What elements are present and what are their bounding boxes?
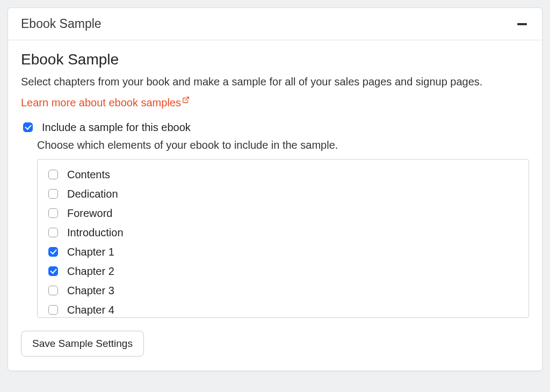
- include-sample-label[interactable]: Include a sample for this ebook: [42, 121, 191, 134]
- collapse-button[interactable]: [515, 21, 529, 27]
- chapter-item: Foreword: [46, 204, 520, 223]
- learn-more-text: Learn more about ebook samples: [21, 97, 181, 109]
- choose-elements-text: Choose which elements of your ebook to i…: [37, 139, 529, 151]
- chapter-label[interactable]: Foreword: [67, 207, 112, 220]
- svg-line-0: [185, 97, 189, 100]
- chapter-list-scroll[interactable]: ContentsDedicationForewordIntroductionCh…: [38, 159, 529, 317]
- chapter-label[interactable]: Chapter 3: [67, 285, 114, 297]
- chapter-item: Chapter 4: [46, 300, 520, 317]
- section-description: Select chapters from your book and make …: [21, 76, 529, 88]
- minus-icon: [517, 23, 527, 25]
- chapter-item: Chapter 1: [46, 242, 520, 262]
- save-sample-settings-button[interactable]: Save Sample Settings: [21, 331, 144, 357]
- chapter-checkbox[interactable]: [48, 305, 58, 315]
- include-sample-row: Include a sample for this ebook: [21, 121, 529, 134]
- chapter-label[interactable]: Chapter 4: [67, 304, 114, 316]
- chapter-item: Chapter 2: [46, 262, 520, 281]
- chapter-item: Dedication: [46, 184, 520, 204]
- section-title: Ebook Sample: [21, 51, 529, 68]
- chapter-checkbox[interactable]: [48, 170, 58, 179]
- chapter-checkbox[interactable]: [48, 228, 58, 237]
- include-sample-checkbox[interactable]: [23, 122, 33, 132]
- chapter-item: Introduction: [46, 223, 520, 242]
- external-link-icon: [182, 96, 190, 104]
- chapter-label[interactable]: Chapter 2: [67, 265, 114, 278]
- chapter-list-box: ContentsDedicationForewordIntroductionCh…: [37, 159, 529, 318]
- chapter-checkbox[interactable]: [48, 266, 58, 276]
- panel-body: Ebook Sample Select chapters from your b…: [8, 40, 542, 371]
- chapter-checkbox[interactable]: [48, 286, 58, 295]
- learn-more-link[interactable]: Learn more about ebook samples: [21, 97, 190, 109]
- chapter-checkbox[interactable]: [48, 247, 58, 257]
- chapter-label[interactable]: Introduction: [67, 227, 124, 239]
- chapter-item: Contents: [46, 165, 520, 184]
- chapter-label[interactable]: Dedication: [67, 188, 118, 200]
- chapter-label[interactable]: Contents: [67, 169, 110, 181]
- chapter-label[interactable]: Chapter 1: [67, 246, 114, 258]
- chapter-checkbox[interactable]: [48, 189, 58, 199]
- panel-header-title: Ebook Sample: [21, 17, 102, 31]
- ebook-sample-panel: Ebook Sample Ebook Sample Select chapter…: [8, 8, 542, 371]
- panel-header: Ebook Sample: [8, 8, 542, 40]
- chapter-checkbox[interactable]: [48, 208, 58, 218]
- chapter-item: Chapter 3: [46, 281, 520, 300]
